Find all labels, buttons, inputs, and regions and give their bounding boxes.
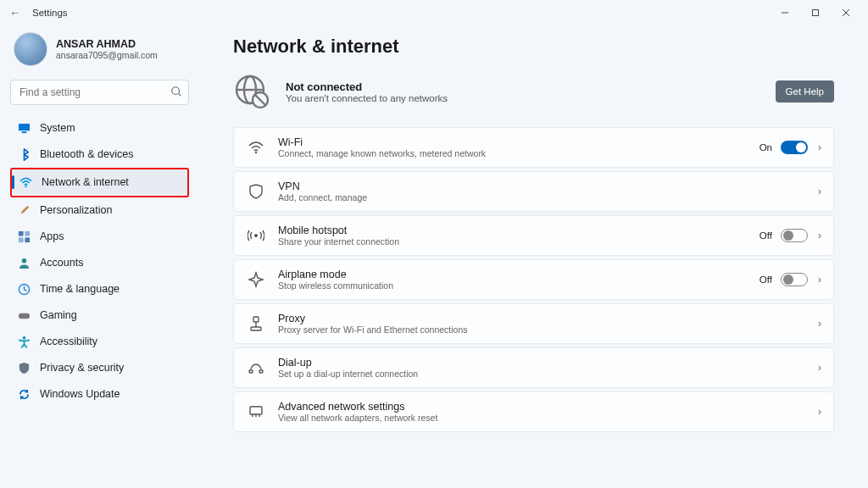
card-desc: Share your internet connection: [278, 236, 760, 247]
apps-icon: [18, 230, 31, 243]
card-dial-up[interactable]: Dial-upSet up a dial-up internet connect…: [233, 347, 834, 388]
user-profile[interactable]: ANSAR AHMAD ansaraa7095@gmail.com: [10, 30, 189, 68]
gamepad-icon: [18, 309, 31, 322]
sidebar-item-privacy-security[interactable]: Privacy & security: [10, 355, 189, 380]
svg-rect-24: [253, 317, 259, 322]
settings-cards: Wi-FiConnect, manage known networks, met…: [233, 127, 834, 432]
minimize-button[interactable]: [770, 1, 800, 25]
card-mobile-hotspot[interactable]: Mobile hotspotShare your internet connec…: [233, 215, 834, 256]
main-content: Network & internet Not connected You are…: [199, 25, 868, 488]
toggle-switch[interactable]: [781, 141, 808, 154]
sidebar-item-accounts[interactable]: Accounts: [10, 250, 189, 275]
sidebar-item-accessibility[interactable]: Accessibility: [10, 329, 189, 354]
sidebar-item-gaming[interactable]: Gaming: [10, 302, 189, 328]
search-input[interactable]: [10, 80, 189, 105]
svg-rect-26: [251, 327, 261, 330]
sidebar-item-system[interactable]: System: [10, 115, 189, 141]
svg-rect-28: [259, 370, 263, 373]
card-state: Off: [760, 230, 772, 241]
card-proxy[interactable]: ProxyProxy server for Wi-Fi and Ethernet…: [233, 303, 834, 344]
nav-list: SystemBluetooth & devicesNetwork & inter…: [10, 115, 189, 407]
accessibility-icon: [18, 336, 31, 348]
close-button[interactable]: [831, 1, 861, 25]
sidebar-item-label: Privacy & security: [40, 362, 124, 374]
sidebar: ANSAR AHMAD ansaraa7095@gmail.com System…: [0, 25, 199, 488]
card-title: Dial-up: [278, 357, 818, 369]
svg-point-8: [25, 186, 26, 187]
avatar: [14, 32, 47, 66]
bluetooth-icon: [18, 148, 31, 161]
hotspot-icon: [246, 225, 266, 246]
svg-rect-1: [813, 10, 819, 16]
card-title: Proxy: [278, 313, 818, 324]
page-title: Network & internet: [233, 36, 834, 58]
toggle-switch[interactable]: [781, 229, 808, 242]
sidebar-item-windows-update[interactable]: Windows Update: [10, 381, 189, 407]
card-title: Airplane mode: [278, 269, 760, 280]
card-state: Off: [760, 274, 772, 285]
search-container: [10, 80, 189, 105]
app-title: Settings: [32, 8, 68, 18]
get-help-button[interactable]: Get Help: [776, 80, 834, 103]
svg-point-23: [254, 234, 258, 237]
chevron-right-icon: ›: [818, 274, 821, 286]
card-desc: View all network adapters, network reset: [278, 413, 818, 423]
globe-disconnected-icon: [233, 73, 270, 110]
svg-point-4: [172, 87, 180, 95]
sidebar-item-label: Personalization: [40, 204, 112, 216]
card-title: Mobile hotspot: [278, 225, 760, 236]
status-title: Not connected: [286, 80, 448, 93]
card-desc: Add, connect, manage: [278, 192, 818, 202]
search-icon: [170, 86, 182, 97]
sidebar-item-label: Time & language: [40, 283, 120, 295]
status-desc: You aren't connected to any networks: [286, 93, 448, 103]
card-vpn[interactable]: VPNAdd, connect, manage›: [233, 171, 834, 212]
chevron-right-icon: ›: [818, 141, 821, 153]
card-desc: Proxy server for Wi-Fi and Ethernet conn…: [278, 324, 818, 335]
shield-outline-icon: [246, 181, 266, 202]
wifi-icon: [246, 137, 266, 158]
svg-rect-15: [19, 313, 30, 319]
chevron-right-icon: ›: [818, 362, 821, 374]
card-wi-fi[interactable]: Wi-FiConnect, manage known networks, met…: [233, 127, 834, 168]
svg-point-16: [23, 336, 26, 339]
sidebar-item-label: Accessibility: [40, 336, 97, 347]
user-name: ANSAR AHMAD: [56, 38, 158, 50]
svg-rect-7: [22, 131, 27, 133]
card-airplane-mode[interactable]: Airplane modeStop wireless communication…: [233, 259, 834, 300]
toggle-switch[interactable]: [781, 273, 808, 286]
sidebar-item-network-internet[interactable]: Network & internet: [12, 169, 187, 195]
back-button[interactable]: ←: [7, 6, 24, 19]
sidebar-item-label: Accounts: [40, 257, 83, 269]
card-advanced-network-settings[interactable]: Advanced network settingsView all networ…: [233, 391, 834, 432]
card-title: VPN: [278, 180, 818, 192]
maximize-button[interactable]: [800, 1, 831, 25]
card-desc: Connect, manage known networks, metered …: [278, 148, 760, 158]
svg-rect-29: [250, 407, 262, 414]
svg-rect-27: [249, 370, 253, 373]
svg-rect-10: [25, 230, 30, 236]
svg-point-22: [255, 152, 257, 153]
card-title: Advanced network settings: [278, 401, 818, 413]
ethernet-icon: [246, 402, 266, 422]
svg-line-5: [179, 94, 181, 97]
chevron-right-icon: ›: [818, 186, 821, 197]
sidebar-item-label: Bluetooth & devices: [40, 148, 134, 160]
sidebar-item-label: Network & internet: [42, 176, 129, 188]
card-desc: Stop wireless communication: [278, 280, 760, 291]
proxy-icon: [246, 313, 266, 334]
card-title: Wi-Fi: [278, 136, 760, 148]
sidebar-item-time-language[interactable]: Time & language: [10, 276, 189, 302]
sidebar-item-bluetooth-devices[interactable]: Bluetooth & devices: [10, 141, 189, 167]
highlight-outline: Network & internet: [10, 168, 189, 197]
chevron-right-icon: ›: [818, 406, 821, 418]
card-state: On: [760, 142, 772, 152]
sidebar-item-label: Apps: [40, 230, 64, 242]
titlebar: ← Settings: [0, 0, 868, 25]
sidebar-item-apps[interactable]: Apps: [10, 224, 189, 249]
svg-point-13: [22, 258, 27, 263]
sidebar-item-personalization[interactable]: Personalization: [10, 197, 189, 223]
airplane-icon: [246, 269, 266, 290]
clock-icon: [18, 283, 31, 296]
chevron-right-icon: ›: [818, 318, 821, 330]
